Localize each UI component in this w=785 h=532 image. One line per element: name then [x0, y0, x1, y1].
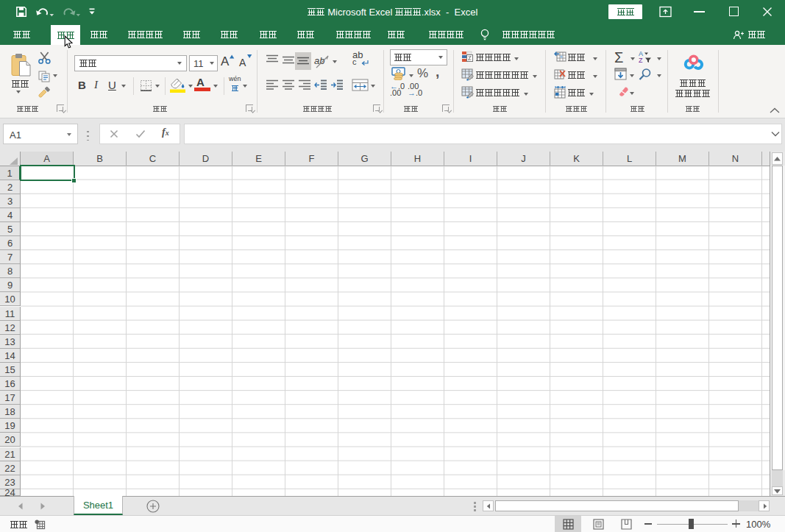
svg-text:Z: Z	[639, 57, 643, 63]
